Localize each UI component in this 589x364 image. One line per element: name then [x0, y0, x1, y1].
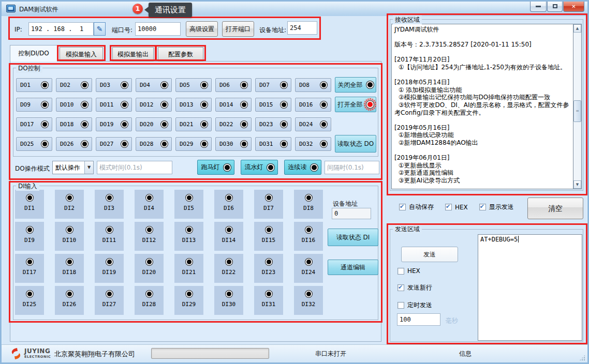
- do-channel-button[interactable]: DO18: [56, 117, 92, 131]
- do-channel-button[interactable]: DO2: [56, 78, 92, 92]
- read-do-status-button[interactable]: 读取状态 DO: [335, 135, 376, 153]
- advanced-settings-button[interactable]: 高级设置: [186, 21, 218, 37]
- do-channel-button[interactable]: DO26: [56, 137, 92, 151]
- do-channel-button[interactable]: DO6: [215, 78, 252, 92]
- open-port-button[interactable]: 打开端口: [222, 21, 254, 37]
- do-channel-button[interactable]: DO15: [255, 98, 291, 112]
- flow-light-button[interactable]: 流水灯: [241, 160, 278, 175]
- di-channel-tile[interactable]: DI1: [15, 190, 44, 219]
- do-channel-button[interactable]: DO9: [16, 98, 52, 112]
- do-channel-button[interactable]: DO27: [96, 137, 132, 151]
- receive-log[interactable]: JYDAM调试软件 版本号：2.3.7315.28527 [2020-01-11…: [391, 24, 573, 189]
- di-channel-tile[interactable]: DI22: [214, 254, 243, 283]
- di-channel-tile[interactable]: DI32: [294, 286, 323, 315]
- minimize-button[interactable]: [530, 2, 547, 12]
- di-channel-tile[interactable]: DI3: [95, 190, 124, 219]
- do-channel-button[interactable]: DO24: [295, 117, 331, 131]
- di-channel-tile[interactable]: DI21: [174, 254, 203, 283]
- do-channel-button[interactable]: DO32: [295, 137, 331, 151]
- device-address-input[interactable]: [287, 21, 317, 35]
- continuous-read-button[interactable]: 连续读: [284, 160, 321, 175]
- scroll-up-icon[interactable]: ▲: [573, 24, 581, 33]
- di-channel-tile[interactable]: DI24: [294, 254, 323, 283]
- di-channel-tile[interactable]: DI6: [214, 190, 243, 219]
- di-channel-tile[interactable]: DI23: [254, 254, 283, 283]
- send-interval-input[interactable]: [397, 313, 440, 326]
- di-channel-tile[interactable]: DI8: [294, 190, 323, 219]
- send-button[interactable]: 发送: [401, 247, 458, 262]
- checkbox-icon[interactable]: [445, 204, 452, 210]
- channel-edit-button[interactable]: 通道编辑: [328, 260, 378, 275]
- receive-scrollbar[interactable]: ▲ ≡ ▼: [573, 24, 582, 189]
- di-channel-tile[interactable]: DI27: [95, 286, 124, 315]
- di-channel-tile[interactable]: DI9: [15, 222, 44, 251]
- tab-config-params[interactable]: 配置参数: [158, 47, 203, 62]
- do-channel-button[interactable]: DO19: [96, 117, 132, 131]
- maximize-button[interactable]: [547, 2, 563, 12]
- ip-edit-button[interactable]: ✎: [94, 22, 106, 36]
- checkbox-icon[interactable]: [479, 204, 486, 210]
- do-channel-button[interactable]: DO3: [96, 78, 132, 92]
- di-channel-tile[interactable]: DI2: [55, 190, 84, 219]
- do-channel-button[interactable]: DO22: [215, 117, 252, 131]
- di-channel-tile[interactable]: DI17: [15, 254, 44, 283]
- do-channel-button[interactable]: DO30: [215, 137, 252, 151]
- marquee-button[interactable]: 跑马灯: [197, 160, 234, 175]
- receive-option[interactable]: 自动保存: [399, 203, 434, 211]
- close-all-button[interactable]: 关闭全部: [335, 77, 376, 93]
- scroll-down-icon[interactable]: ▼: [573, 180, 581, 189]
- do-channel-button[interactable]: DO21: [175, 117, 212, 131]
- interval-time-input[interactable]: [325, 161, 379, 174]
- do-channel-button[interactable]: DO7: [255, 78, 291, 92]
- di-channel-tile[interactable]: DI12: [135, 222, 164, 251]
- di-channel-tile[interactable]: DI16: [294, 222, 323, 251]
- di-channel-tile[interactable]: DI25: [15, 286, 44, 315]
- di-channel-tile[interactable]: DI26: [55, 286, 84, 315]
- do-channel-button[interactable]: DO28: [136, 137, 172, 151]
- di-channel-tile[interactable]: DI20: [135, 254, 164, 283]
- di-device-address-input[interactable]: [332, 208, 371, 219]
- di-channel-tile[interactable]: DI10: [55, 222, 84, 251]
- do-channel-button[interactable]: DO8: [295, 78, 331, 92]
- receive-option[interactable]: 显示发送: [479, 203, 514, 211]
- do-channel-button[interactable]: DO29: [175, 137, 212, 151]
- do-channel-button[interactable]: DO17: [16, 117, 52, 131]
- do-channel-button[interactable]: DO20: [136, 117, 172, 131]
- send-option[interactable]: 发送新行: [397, 283, 432, 292]
- ip-input[interactable]: [28, 22, 94, 36]
- resize-grip[interactable]: [579, 355, 585, 361]
- di-channel-tile[interactable]: DI31: [254, 286, 283, 315]
- di-channel-tile[interactable]: DI11: [95, 222, 124, 251]
- send-option[interactable]: 定时发送: [397, 301, 432, 310]
- receive-option[interactable]: HEX: [445, 204, 468, 211]
- di-channel-tile[interactable]: DI5: [174, 190, 203, 219]
- di-channel-tile[interactable]: DI7: [254, 190, 283, 219]
- open-all-button[interactable]: 打开全部: [335, 97, 376, 112]
- tab-analog-input[interactable]: 模拟量输入: [60, 47, 103, 62]
- di-channel-tile[interactable]: DI15: [254, 222, 283, 251]
- send-content-textarea[interactable]: AT+DEBUG=5: [478, 234, 582, 341]
- do-channel-button[interactable]: DO11: [96, 98, 132, 112]
- di-channel-tile[interactable]: DI30: [214, 286, 243, 315]
- close-button[interactable]: ✕: [563, 2, 584, 12]
- do-channel-button[interactable]: DO23: [255, 117, 291, 131]
- read-di-status-button[interactable]: 读取状态 DI: [328, 229, 378, 246]
- do-channel-button[interactable]: DO5: [175, 78, 212, 92]
- do-channel-button[interactable]: DO13: [175, 98, 212, 112]
- port-input[interactable]: [135, 22, 181, 36]
- di-channel-tile[interactable]: DI18: [55, 254, 84, 283]
- di-channel-tile[interactable]: DI28: [135, 286, 164, 315]
- di-channel-tile[interactable]: DI13: [174, 222, 203, 251]
- do-channel-button[interactable]: DO16: [295, 98, 331, 112]
- scrollbar-thumb[interactable]: ≡: [573, 100, 581, 122]
- mode-time-input[interactable]: [97, 161, 172, 174]
- tab-analog-output[interactable]: 模拟量输出: [112, 47, 154, 62]
- do-channel-button[interactable]: DO1: [16, 78, 52, 92]
- checkbox-icon[interactable]: [397, 284, 404, 291]
- send-option[interactable]: HEX: [397, 267, 432, 275]
- do-channel-button[interactable]: DO25: [16, 137, 52, 151]
- checkbox-icon[interactable]: [397, 268, 404, 275]
- do-channel-button[interactable]: DO10: [56, 98, 92, 112]
- do-channel-button[interactable]: DO4: [136, 78, 172, 92]
- do-channel-button[interactable]: DO14: [215, 98, 252, 112]
